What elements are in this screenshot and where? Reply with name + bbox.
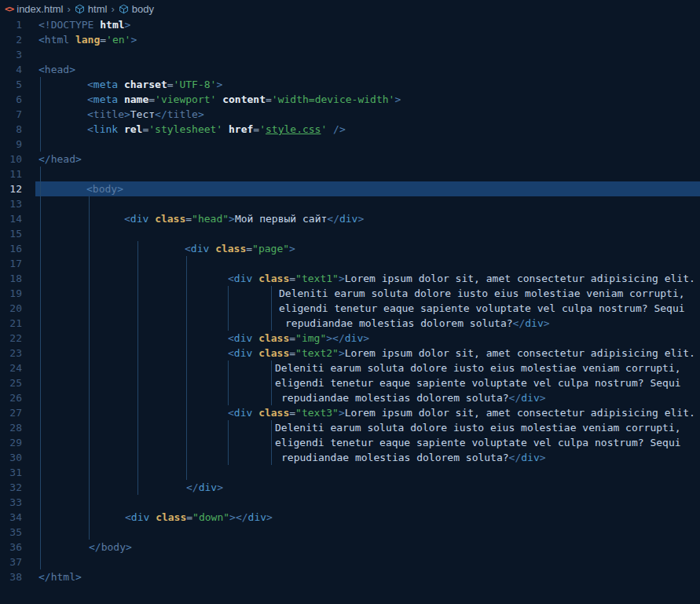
indent-guide xyxy=(186,420,187,435)
line-number[interactable]: 2 xyxy=(0,32,35,47)
code-line[interactable]: 16<div class="page"> xyxy=(0,241,700,256)
code-content xyxy=(35,137,700,152)
line-number[interactable]: 28 xyxy=(0,420,35,435)
line-number[interactable]: 9 xyxy=(0,137,35,152)
line-number[interactable]: 22 xyxy=(0,331,35,346)
line-number[interactable]: 32 xyxy=(0,480,35,495)
line-number[interactable]: 26 xyxy=(0,390,35,405)
token: div xyxy=(339,213,357,225)
line-number[interactable]: 21 xyxy=(0,316,35,331)
code-line[interactable]: 10</head> xyxy=(0,152,700,167)
line-number[interactable]: 33 xyxy=(0,495,35,510)
indent-guide xyxy=(228,450,229,465)
line-number[interactable]: 8 xyxy=(0,122,35,137)
code-line[interactable]: 25eligendi tenetur eaque sapiente volupt… xyxy=(0,375,700,390)
code-line[interactable]: 5<meta charset='UTF-8'> xyxy=(0,77,700,92)
code-line[interactable]: 13 xyxy=(0,196,700,211)
code-line[interactable]: 36</body> xyxy=(0,540,700,555)
code-line[interactable]: 8<link rel='stylesheet' href='style.css'… xyxy=(0,122,700,137)
code-line[interactable]: 14<div class="head">Мой первый сайт</div… xyxy=(0,211,700,226)
token: class xyxy=(258,407,289,419)
token: repudiandae molestias dolorem soluta? xyxy=(285,317,513,329)
line-number[interactable]: 6 xyxy=(0,92,35,107)
code-line[interactable]: 33 xyxy=(0,495,700,510)
code-line[interactable]: 27<div class="text3">Lorem ipsum dolor s… xyxy=(0,405,700,420)
code-line[interactable]: 4<head> xyxy=(0,62,700,77)
line-number[interactable]: 1 xyxy=(0,17,35,32)
token xyxy=(118,79,124,90)
code-content: <title>Тест</title> xyxy=(35,107,700,122)
code-line[interactable]: 15 xyxy=(0,226,700,241)
line-number[interactable]: 13 xyxy=(0,196,35,211)
line-number[interactable]: 17 xyxy=(0,256,35,271)
line-number[interactable]: 19 xyxy=(0,286,35,301)
token: 'en' xyxy=(106,34,130,46)
code-line[interactable]: 35 xyxy=(0,525,700,540)
line-number[interactable]: 18 xyxy=(0,271,35,286)
line-number[interactable]: 35 xyxy=(0,525,35,540)
token: Lorem ipsum dolor sit, amet consectetur … xyxy=(345,347,695,359)
indent-guide xyxy=(186,346,187,361)
line-number[interactable]: 37 xyxy=(0,555,35,569)
line-number[interactable]: 25 xyxy=(0,375,35,390)
line-number[interactable]: 4 xyxy=(0,62,35,77)
line-number[interactable]: 29 xyxy=(0,435,35,450)
token: Deleniti earum soluta dolore iusto eius … xyxy=(275,422,681,434)
line-number[interactable]: 11 xyxy=(0,167,35,181)
code-line[interactable]: 29eligendi tenetur eaque sapiente volupt… xyxy=(0,435,700,450)
token: < xyxy=(38,34,45,46)
token: = xyxy=(246,243,252,254)
line-number[interactable]: 30 xyxy=(0,450,35,465)
line-number[interactable]: 23 xyxy=(0,346,35,361)
line-number[interactable]: 14 xyxy=(0,211,35,226)
breadcrumb-item-file[interactable]: <> index.html xyxy=(5,3,64,15)
line-number[interactable]: 24 xyxy=(0,361,35,375)
line-number[interactable]: 34 xyxy=(0,510,35,525)
line-number[interactable]: 15 xyxy=(0,226,35,241)
code-line[interactable]: 38</html> xyxy=(0,569,700,584)
code-line[interactable]: 6<meta name='viewport' content='width=de… xyxy=(0,92,700,107)
breadcrumb-item-html[interactable]: html xyxy=(75,3,108,15)
line-number[interactable]: 12 xyxy=(0,181,35,196)
code-line[interactable]: 17 xyxy=(0,256,700,271)
breadcrumb-item-body[interactable]: body xyxy=(119,3,154,15)
indent-guide xyxy=(186,256,187,271)
line-number[interactable]: 10 xyxy=(0,152,35,167)
code-line[interactable]: 1<!DOCTYPE html> xyxy=(0,17,700,32)
code-line[interactable]: 11 xyxy=(0,167,700,181)
token: /> xyxy=(333,123,346,135)
code-line[interactable]: 19Deleniti earum soluta dolore iusto eiu… xyxy=(0,286,700,301)
token: < xyxy=(228,347,234,359)
code-line[interactable]: 7<title>Тест</title> xyxy=(0,107,700,122)
line-number[interactable]: 5 xyxy=(0,77,35,92)
code-line[interactable]: 26repudiandae molestias dolorem soluta?<… xyxy=(0,390,700,405)
line-number[interactable]: 20 xyxy=(0,301,35,316)
code-line[interactable]: 32</div> xyxy=(0,480,700,495)
code-line[interactable]: 3 xyxy=(0,47,700,62)
line-number[interactable]: 31 xyxy=(0,465,35,480)
code-line[interactable]: 34<div class="down"></div> xyxy=(0,510,700,525)
line-number[interactable]: 27 xyxy=(0,405,35,420)
code-line[interactable]: 31 xyxy=(0,465,700,480)
line-number[interactable]: 3 xyxy=(0,47,35,62)
indent-guide xyxy=(89,420,90,435)
code-line[interactable]: 9 xyxy=(0,137,700,152)
code-line[interactable]: 21repudiandae molestias dolorem soluta?<… xyxy=(0,316,700,331)
code-line[interactable]: 22<div class="img"></div> xyxy=(0,331,700,346)
code-line[interactable]: 20eligendi tenetur eaque sapiente volupt… xyxy=(0,301,700,316)
line-number[interactable]: 38 xyxy=(0,569,35,584)
code-line[interactable]: 2<html lang='en'> xyxy=(0,32,700,47)
token: class xyxy=(258,347,289,359)
line-number[interactable]: 36 xyxy=(0,540,35,555)
code-text: <body> xyxy=(86,181,123,196)
code-line[interactable]: 30repudiandae molestias dolorem soluta?<… xyxy=(0,450,700,465)
code-line[interactable]: 37 xyxy=(0,555,700,569)
code-line[interactable]: 24Deleniti earum soluta dolore iusto eiu… xyxy=(0,361,700,375)
line-number[interactable]: 7 xyxy=(0,107,35,122)
line-number[interactable]: 16 xyxy=(0,241,35,256)
code-line[interactable]: 18<div class="text1">Lorem ipsum dolor s… xyxy=(0,271,700,286)
code-line[interactable]: 28Deleniti earum soluta dolore iusto eiu… xyxy=(0,420,700,435)
code-line[interactable]: 12<body> xyxy=(0,181,700,196)
editor-lines[interactable]: 1<!DOCTYPE html>2<html lang='en'>34<head… xyxy=(0,17,700,584)
code-line[interactable]: 23<div class="text2">Lorem ipsum dolor s… xyxy=(0,346,700,361)
